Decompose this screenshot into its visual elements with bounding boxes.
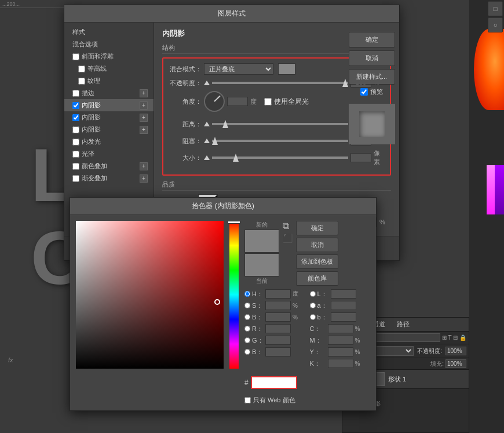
- sidebar-item-gradient-overlay[interactable]: 渐变叠加 +: [64, 172, 154, 184]
- choke-slider[interactable]: [212, 140, 348, 142]
- copy-icon2[interactable]: ⬛: [283, 234, 293, 243]
- checkbox-texture[interactable]: [78, 78, 85, 85]
- l-radio[interactable]: [310, 291, 316, 297]
- cancel-button[interactable]: 取消: [349, 50, 395, 66]
- preview-checkbox-container: 预览: [360, 88, 383, 96]
- cp-add-swatches-button[interactable]: 添加到色板: [296, 254, 338, 269]
- blend-color-swatch[interactable]: [278, 63, 295, 75]
- color-gradient-area[interactable]: [76, 221, 224, 369]
- global-light-checkbox[interactable]: [264, 98, 272, 105]
- checkbox-inner-glow[interactable]: [72, 139, 79, 145]
- checkbox-inner-shadow3[interactable]: [72, 126, 79, 133]
- opacity-label: 不透明度:: [417, 347, 442, 355]
- b3-label: b：: [317, 313, 329, 322]
- add-gradient-overlay-btn[interactable]: +: [140, 174, 148, 183]
- b3-radio[interactable]: [310, 314, 316, 320]
- opacity-slider[interactable]: [212, 82, 348, 84]
- a-input[interactable]: 0: [331, 301, 356, 310]
- web-color-checkbox[interactable]: [244, 397, 251, 403]
- c-input[interactable]: 57: [328, 324, 353, 333]
- checkbox-color-overlay[interactable]: [72, 163, 79, 170]
- c-row: C： 57 %: [310, 324, 371, 333]
- k-input[interactable]: 0: [328, 359, 353, 368]
- icon-square[interactable]: □: [488, 1, 503, 16]
- checkbox-gradient-overlay[interactable]: [72, 175, 79, 182]
- add-inner-shadow3-btn[interactable]: +: [140, 126, 148, 134]
- current-swatch-label: 当前: [256, 277, 268, 285]
- h-input[interactable]: 0: [265, 289, 291, 299]
- angle-dial[interactable]: [204, 91, 225, 112]
- hue-slider-container[interactable]: [229, 221, 239, 369]
- toolbar-icons: □ ○: [488, 1, 503, 32]
- tab-paths[interactable]: 路径: [391, 318, 415, 331]
- l-label: L：: [317, 290, 329, 299]
- swatches-container: 新的 当前 ⧉ ⬛ 确定 取消 添加到色板 颜色库: [244, 221, 370, 286]
- y-input[interactable]: 45: [328, 347, 353, 356]
- cp-ok-button[interactable]: 确定: [296, 221, 338, 235]
- s-radio[interactable]: [244, 303, 250, 308]
- ok-button[interactable]: 确定: [349, 32, 395, 48]
- r-radio[interactable]: [244, 326, 250, 332]
- angle-unit: 度: [250, 97, 262, 106]
- sidebar-label-texture: 纹理: [87, 77, 148, 85]
- g-radio[interactable]: [244, 337, 250, 343]
- sidebar-item-satin[interactable]: 光泽: [64, 148, 154, 160]
- cp-color-library-button[interactable]: 颜色库: [296, 271, 338, 286]
- preview-checkbox[interactable]: [360, 88, 368, 96]
- add-inner-shadow1-btn[interactable]: +: [140, 101, 148, 110]
- icon-circle[interactable]: ○: [488, 17, 503, 32]
- add-color-overlay-btn[interactable]: +: [140, 162, 148, 170]
- b3-input[interactable]: 0: [331, 312, 356, 322]
- cp-cancel-button[interactable]: 取消: [296, 238, 338, 252]
- sidebar-item-stroke[interactable]: 描边 +: [64, 87, 154, 99]
- sidebar-item-inner-shadow2[interactable]: 内阴影 +: [64, 111, 154, 123]
- add-inner-shadow2-btn[interactable]: +: [140, 114, 148, 122]
- angle-input[interactable]: -44: [227, 97, 248, 106]
- g-input[interactable]: 129: [265, 336, 291, 345]
- checkbox-inner-shadow1[interactable]: [72, 102, 79, 109]
- blend-mode-select[interactable]: 正片叠底: [204, 63, 273, 75]
- sidebar-item-blend[interactable]: 混合选项: [64, 38, 154, 50]
- fx-indicator: fx: [8, 356, 13, 363]
- b-input[interactable]: 51: [265, 312, 291, 322]
- size-slider[interactable]: [212, 157, 348, 159]
- sidebar-item-inner-shadow1[interactable]: 内阴影 +: [64, 99, 154, 111]
- checkbox-contour[interactable]: [78, 66, 85, 72]
- b2-input[interactable]: 129: [265, 347, 291, 356]
- m-unit: %: [355, 337, 362, 344]
- opacity-value[interactable]: [445, 347, 466, 355]
- sidebar-item-inner-shadow3[interactable]: 内阴影 +: [64, 123, 154, 136]
- hex-input[interactable]: 818181: [251, 376, 297, 389]
- sidebar-label-inner-shadow2: 内阴影: [82, 113, 137, 122]
- add-stroke-btn[interactable]: +: [140, 89, 148, 97]
- b-radio[interactable]: [244, 314, 250, 320]
- c-label: C：: [310, 325, 326, 333]
- r-input[interactable]: 129: [265, 324, 291, 333]
- distance-slider[interactable]: [212, 123, 348, 125]
- sidebar-item-texture[interactable]: 纹理: [64, 75, 154, 87]
- s-label: S：: [252, 301, 264, 310]
- h-label: H：: [252, 290, 264, 299]
- sidebar-item-color-overlay[interactable]: 颜色叠加 +: [64, 160, 154, 172]
- sidebar-item-bevel[interactable]: 斜面和浮雕: [64, 50, 154, 63]
- m-input[interactable]: 48: [328, 336, 353, 345]
- copy-icon[interactable]: ⧉: [283, 221, 293, 231]
- checkbox-stroke[interactable]: [72, 90, 79, 97]
- checkbox-bevel[interactable]: [72, 53, 79, 60]
- l-input[interactable]: 54: [331, 289, 356, 299]
- checkbox-satin[interactable]: [72, 151, 79, 158]
- s-input[interactable]: 0: [265, 301, 291, 310]
- color-values-left: H： 0 度 S： 0 % B： 51: [244, 289, 305, 370]
- b2-radio[interactable]: [244, 349, 250, 355]
- size-input[interactable]: 40: [350, 153, 371, 162]
- checkbox-inner-shadow2[interactable]: [72, 114, 79, 121]
- a-radio[interactable]: [310, 303, 316, 308]
- new-style-button[interactable]: 新建样式...: [349, 69, 395, 85]
- sidebar-item-contour[interactable]: 等高线: [64, 63, 154, 75]
- fill-value[interactable]: [445, 359, 466, 368]
- h-radio[interactable]: [244, 291, 250, 297]
- sidebar-item-style[interactable]: 样式: [64, 26, 154, 38]
- sidebar-item-inner-glow[interactable]: 内发光: [64, 136, 154, 148]
- hue-slider-thumb[interactable]: [228, 221, 240, 224]
- gradient-field-top[interactable]: [76, 221, 224, 369]
